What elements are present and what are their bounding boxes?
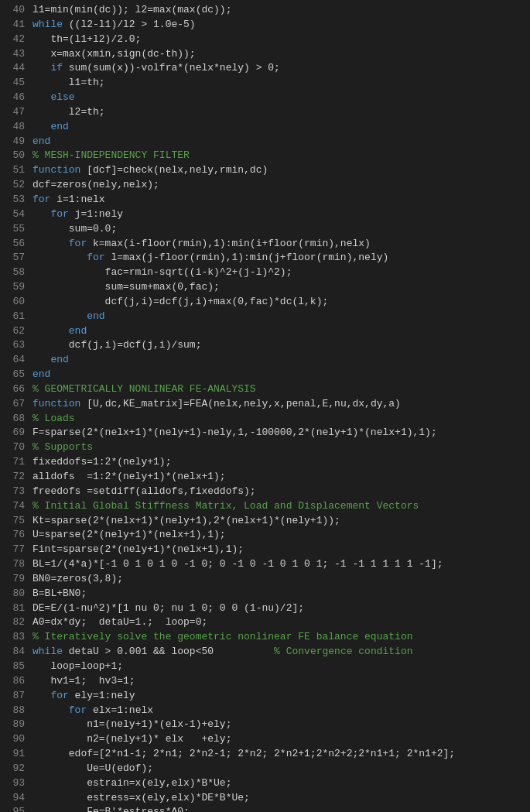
kw-token: for <box>32 690 69 701</box>
line-number: 51 <box>3 163 25 178</box>
plain-token: sum=0.0; <box>32 223 117 235</box>
plain-token: n1=(nely+1)*(elx-1)+ely; <box>32 718 231 730</box>
code-line: for l=max(j-floor(rmin),1):min(j+floor(r… <box>32 251 530 266</box>
line-number: 63 <box>3 338 25 353</box>
plain-token: l1=th; <box>32 77 105 88</box>
plain-token: estress=x(ely,elx)*DE*B*Ue; <box>32 792 250 803</box>
line-number: 73 <box>3 485 25 499</box>
plain-token: n2=(nely+1)* elx +ely; <box>32 733 231 745</box>
code-line: DE=E/(1-nu^2)*[1 nu 0; nu 1 0; 0 0 (1-nu… <box>32 601 530 616</box>
code-line: Fe=B'*estress*A0; <box>32 805 530 812</box>
kw-token: if <box>32 62 63 74</box>
code-line: F=sparse(2*(nelx+1)*(nely+1)-nely,1,-100… <box>32 426 530 440</box>
plain-token: A0=dx*dy; detaU=1.; loop=0; <box>32 616 207 628</box>
code-line: Fint=sparse(2*(nely+1)*(nelx+1),1); <box>32 543 530 557</box>
line-number: 59 <box>3 280 25 295</box>
code-line: % GEOMETRICALLY NONLINEAR FE-ANALYSIS <box>32 382 530 397</box>
line-number: 76 <box>3 528 25 543</box>
line-number: 71 <box>3 455 25 470</box>
line-number: 74 <box>3 499 25 514</box>
plain-token: freedofs =setdiff(alldofs,fixeddofs); <box>32 485 256 497</box>
line-number: 50 <box>3 149 25 163</box>
plain-token: alldofs =1:2*(nely+1)*(nelx+1); <box>32 471 226 482</box>
code-line: Ue=U(edof); <box>32 762 530 776</box>
plain-token: Fe=B'*estress*A0; <box>32 806 190 812</box>
plain-token: dcf(j,i)=dcf(j,i)/sum; <box>32 339 201 351</box>
kw-token: end <box>32 354 69 365</box>
code-line: % MESH-INDEPENDENCY FILTER <box>32 149 530 163</box>
code-editor: 4041424344454647484950515253545556575859… <box>0 0 530 812</box>
line-number: 48 <box>3 120 25 135</box>
plain-token: fixeddofs=1:2*(nely+1); <box>32 456 171 468</box>
plain-token: estrain=x(ely,elx)*B*Ue; <box>32 777 231 789</box>
line-number: 41 <box>3 18 25 33</box>
line-number: 72 <box>3 470 25 485</box>
line-number: 62 <box>3 324 25 339</box>
line-number: 68 <box>3 412 25 427</box>
code-line: A0=dx*dy; detaU=1.; loop=0; <box>32 615 530 630</box>
line-number: 65 <box>3 368 25 382</box>
code-line: end <box>32 120 530 135</box>
line-number: 86 <box>3 674 25 689</box>
line-number: 55 <box>3 222 25 237</box>
plain-token: ((l2-l1)/l2 > 1.0e-5) <box>63 19 196 30</box>
plain-token: loop=loop+1; <box>32 660 123 672</box>
cm-token: % GEOMETRICALLY NONLINEAR FE-ANALYSIS <box>32 383 256 395</box>
line-number: 70 <box>3 440 25 455</box>
line-number: 53 <box>3 193 25 207</box>
plain-token: j=1:nely <box>69 208 123 220</box>
code-line: sum=0.0; <box>32 222 530 237</box>
code-line: dcf(j,i)=dcf(j,i)/sum; <box>32 338 530 353</box>
code-line: for i=1:nelx <box>32 193 530 207</box>
line-number: 90 <box>3 732 25 747</box>
code-line: estress=x(ely,elx)*DE*B*Ue; <box>32 791 530 806</box>
kw-token: end <box>32 135 50 147</box>
plain-token: l2=th; <box>32 106 105 118</box>
line-number: 89 <box>3 718 25 732</box>
code-content[interactable]: l1=min(min(dc)); l2=max(max(dc));while (… <box>29 3 530 812</box>
cm-token: % Supports <box>32 441 93 453</box>
kw-token: function <box>32 164 80 176</box>
code-line: end <box>32 368 530 382</box>
code-line: B=BL+BN0; <box>32 587 530 601</box>
code-line: l2=th; <box>32 105 530 120</box>
line-number: 52 <box>3 178 25 193</box>
code-line: % Iteratively solve the geometric nonlin… <box>32 630 530 645</box>
plain-token: elx=1:nelx <box>87 704 153 716</box>
cm-token: % Loads <box>32 413 75 424</box>
line-number: 47 <box>3 105 25 120</box>
plain-token: th=(l1+l2)/2.0; <box>32 33 141 45</box>
line-number: 87 <box>3 689 25 704</box>
line-number: 75 <box>3 514 25 529</box>
plain-token: fac=rmin-sqrt((i-k)^2+(j-l)^2); <box>32 266 292 278</box>
code-line: if sum(sum(x))-volfra*(nelx*nely) > 0; <box>32 61 530 76</box>
plain-token: U=sparse(2*(nely+1)*(nelx+1),1); <box>32 529 226 540</box>
kw-token: while <box>32 646 63 657</box>
code-line: % Loads <box>32 412 530 427</box>
code-line: for elx=1:nelx <box>32 704 530 718</box>
kw-token: for <box>32 208 69 220</box>
plain-token: ely=1:nely <box>69 690 135 701</box>
code-line: % Supports <box>32 440 530 455</box>
plain-token: Fint=sparse(2*(nely+1)*(nelx+1),1); <box>32 543 244 555</box>
line-number: 58 <box>3 266 25 280</box>
code-line: for ely=1:nely <box>32 689 530 704</box>
line-number: 46 <box>3 91 25 105</box>
line-number: 93 <box>3 776 25 791</box>
code-line: Kt=sparse(2*(nelx+1)*(nely+1),2*(nelx+1)… <box>32 514 530 529</box>
plain-token: sum(sum(x))-volfra*(nelx*nely) > 0; <box>63 62 280 74</box>
code-line: while detaU > 0.001 && loop<50 % Converg… <box>32 645 530 660</box>
code-line: BL=1/(4*a)*[-1 0 1 0 1 0 -1 0; 0 -1 0 -1… <box>32 557 530 572</box>
code-line: dcf(j,i)=dcf(j,i)+max(0,fac)*dc(l,k); <box>32 295 530 310</box>
code-line: fac=rmin-sqrt((i-k)^2+(j-l)^2); <box>32 266 530 280</box>
code-line: l1=min(min(dc)); l2=max(max(dc)); <box>32 3 530 18</box>
kw-token: for <box>32 704 87 716</box>
line-number: 88 <box>3 704 25 718</box>
line-number: 81 <box>3 601 25 616</box>
plain-token: dcf=zeros(nely,nelx); <box>32 179 159 190</box>
code-line: end <box>32 353 530 368</box>
code-line: while ((l2-l1)/l2 > 1.0e-5) <box>32 18 530 33</box>
code-line: alldofs =1:2*(nely+1)*(nelx+1); <box>32 470 530 485</box>
plain-token: BN0=zeros(3,8); <box>32 573 123 584</box>
plain-token: B=BL+BN0; <box>32 588 87 599</box>
